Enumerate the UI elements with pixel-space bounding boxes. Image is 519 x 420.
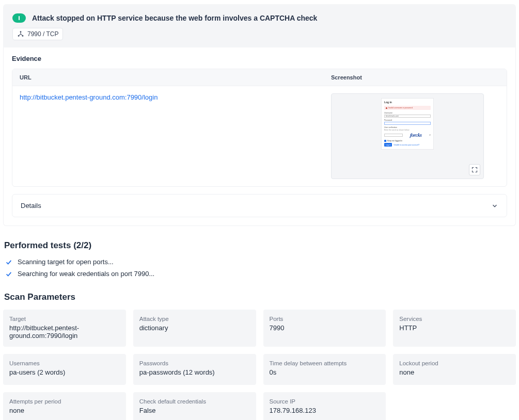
port-chip-label: 7990 / TCP [27,30,58,38]
check-icon [5,259,12,266]
ss-captcha-input [384,134,403,137]
evidence-url-cell: http://bitbucket.pentest-ground.com:7990… [12,86,324,186]
evidence-url-link[interactable]: http://bitbucket.pentest-ground.com:7990… [20,93,158,101]
severity-badge-info [12,13,26,23]
finding-title: Attack stopped on HTTP service because t… [32,14,317,22]
ss-label-verification: User verification [384,126,431,128]
performed-tests-list: Scanning target for open ports... Search… [5,258,516,278]
param-value: pa-users (2 words) [9,368,120,376]
reload-icon: ⟳ [429,134,431,136]
param-label: Services [399,316,510,322]
evidence-screenshot-cell: Log in Invalid username or password. Use… [324,86,507,186]
ss-input-password [384,122,431,125]
param-value: pa-passwords (12 words) [139,368,250,376]
param-card: Time delay between attempts0s [263,354,386,385]
ss-captcha-image: forcks [410,132,422,138]
param-label: Passwords [139,360,250,366]
param-label: Time delay between attempts [270,360,380,366]
scan-parameters-grid: Targethttp://bitbucket.pentest-ground.co… [3,310,516,420]
performed-tests-heading: Performed tests (2/2) [4,240,516,251]
param-value: 178.79.168.123 [270,407,380,414]
param-label: Lockout period [399,360,510,366]
evidence-table-head: URL Screenshot [12,69,507,86]
evidence-table: URL Screenshot http://bitbucket.pentest-… [12,69,507,187]
evidence-table-row: http://bitbucket.pentest-ground.com:7990… [12,86,507,186]
param-card: Check default credentialsFalse [133,392,256,420]
ss-error: Invalid username or password. [384,106,431,110]
ss-label-username: Username [384,112,431,114]
param-value: 7990 [270,324,380,332]
test-item: Searching for weak credentials on port 7… [5,270,516,278]
screenshot-login-form: Log in Invalid username or password. Use… [381,98,434,150]
param-card: Attempts per periodnone [3,392,126,420]
check-icon [5,270,12,278]
param-label: Target [9,316,120,322]
info-icon [19,16,20,20]
checkbox-icon [384,140,386,142]
param-value: False [139,407,250,414]
ss-username-value: benchmark-user [386,115,399,117]
param-label: Check default credentials [139,398,250,405]
param-label: Attempts per period [9,398,120,405]
param-label: Source IP [270,398,380,405]
param-value: 0s [270,368,380,376]
evidence-heading: Evidence [12,55,507,62]
ss-captcha-row: forcks ⟳ [384,132,431,138]
expand-icon [471,167,478,173]
test-item-label: Scanning target for open ports... [18,258,114,266]
param-card: Ports7990 [263,310,386,347]
param-value: http://bitbucket.pentest-ground.com:7990… [9,324,120,340]
screenshot-thumbnail[interactable]: Log in Invalid username or password. Use… [331,93,484,179]
param-label: Usernames [9,360,120,366]
ss-forgot-link: Unable to access your account? [394,144,419,146]
param-card: Passwordspa-passwords (12 words) [133,354,256,385]
ss-error-text: Invalid username or password. [388,107,413,109]
param-card: Targethttp://bitbucket.pentest-ground.co… [3,310,126,347]
ss-label-password: Password [384,119,431,121]
param-value: dictionary [139,324,250,332]
port-chip[interactable]: 7990 / TCP [12,28,63,40]
network-icon [17,30,24,38]
ss-title: Log in [384,101,431,104]
finding-title-row: Attack stopped on HTTP service because t… [12,13,507,23]
test-item-label: Searching for weak credentials on port 7… [18,270,154,278]
ss-remember-label: Keep me logged in [387,140,402,142]
expand-screenshot-button[interactable] [469,164,480,175]
param-card: Attack typedictionary [133,310,256,347]
param-card: Lockout periodnone [393,354,516,385]
param-value: none [399,368,510,376]
ss-login-button: Log in [384,143,392,147]
svg-point-0 [20,31,22,33]
param-value: HTTP [399,324,510,332]
evidence-col-url: URL [12,69,324,86]
param-value: none [9,407,120,414]
ss-input-username: benchmark-user [384,115,431,118]
evidence-col-screenshot: Screenshot [324,69,507,86]
param-card: ServicesHTTP [393,310,516,347]
scan-parameters-heading: Scan Parameters [4,292,516,302]
error-dot-icon [386,107,387,109]
ss-hint-verification: Enter the word as shown below [384,129,431,131]
ss-login-row: Log in Unable to access your account? [384,143,431,147]
ss-remember: Keep me logged in [384,140,431,142]
param-label: Attack type [139,316,250,322]
details-toggle[interactable]: Details [12,194,507,217]
evidence-card: Evidence URL Screenshot http://bitbucket… [3,47,516,226]
test-item: Scanning target for open ports... [5,258,516,266]
param-card: Source IP178.79.168.123 [263,392,386,420]
finding-header: Attack stopped on HTTP service because t… [3,4,516,47]
param-label: Ports [270,316,380,322]
param-card: Usernamespa-users (2 words) [3,354,126,385]
details-label: Details [21,202,41,209]
chevron-down-icon [491,202,498,209]
